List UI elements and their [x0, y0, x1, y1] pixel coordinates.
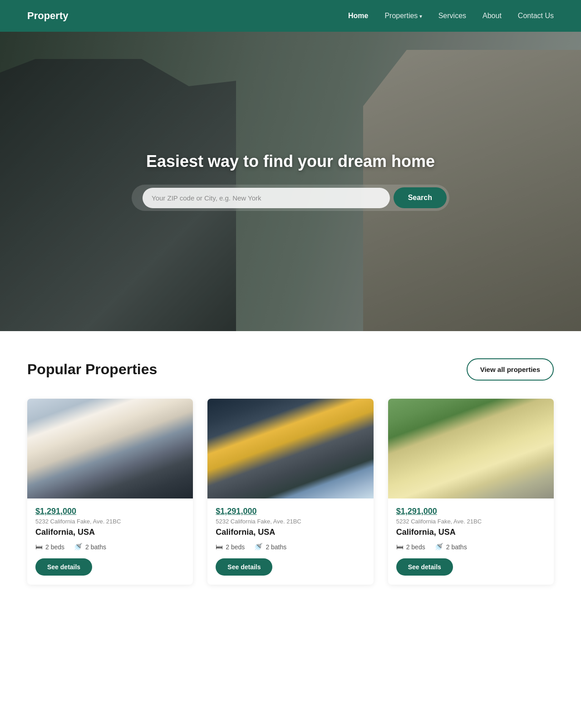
baths-label: 2 baths — [266, 543, 286, 551]
nav-link-properties[interactable]: Properties — [384, 12, 422, 20]
nav-item-services[interactable]: Services — [438, 12, 466, 20]
property-features: 🛏 2 beds 🚿 2 baths — [35, 542, 185, 551]
popular-title: Popular Properties — [27, 361, 157, 378]
property-features: 🛏 2 beds 🚿 2 baths — [396, 542, 546, 551]
hero-search-bar: Search — [132, 185, 449, 211]
nav-item-about[interactable]: About — [483, 12, 502, 20]
beds-feature: 🛏 2 beds — [216, 542, 245, 551]
search-input[interactable] — [143, 188, 390, 208]
property-features: 🛏 2 beds 🚿 2 baths — [216, 542, 365, 551]
nav-link-about[interactable]: About — [483, 12, 502, 20]
view-all-properties-button[interactable]: View all properties — [467, 358, 554, 381]
popular-header: Popular Properties View all properties — [27, 358, 554, 381]
property-address: 5232 California Fake, Ave. 21BC — [35, 518, 185, 525]
navbar: Property Home Properties Services About … — [0, 0, 581, 32]
property-price: $1,291,000 — [216, 507, 365, 516]
property-city: California, USA — [216, 528, 365, 537]
nav-links: Home Properties Services About Contact U… — [348, 12, 554, 20]
property-city: California, USA — [35, 528, 185, 537]
property-card: $1,291,000 5232 California Fake, Ave. 21… — [388, 399, 554, 585]
baths-feature: 🚿 2 baths — [254, 542, 286, 551]
bath-icon: 🚿 — [254, 542, 263, 551]
baths-label: 2 baths — [85, 543, 106, 551]
property-info: $1,291,000 5232 California Fake, Ave. 21… — [207, 498, 373, 585]
baths-feature: 🚿 2 baths — [434, 542, 467, 551]
property-card: $1,291,000 5232 California Fake, Ave. 21… — [207, 399, 373, 585]
property-image — [388, 399, 554, 498]
hero-content: Easiest way to find your dream home Sear… — [132, 152, 449, 211]
nav-link-contact[interactable]: Contact Us — [518, 12, 554, 20]
bed-icon: 🛏 — [216, 543, 223, 551]
beds-feature: 🛏 2 beds — [35, 542, 64, 551]
property-address: 5232 California Fake, Ave. 21BC — [216, 518, 365, 525]
baths-label: 2 baths — [446, 543, 467, 551]
nav-item-contact[interactable]: Contact Us — [518, 12, 554, 20]
property-city: California, USA — [396, 528, 546, 537]
nav-link-home[interactable]: Home — [348, 12, 368, 20]
nav-item-properties[interactable]: Properties — [384, 12, 422, 20]
see-details-button[interactable]: See details — [216, 558, 272, 576]
property-image — [27, 399, 193, 498]
property-card: $1,291,000 5232 California Fake, Ave. 21… — [27, 399, 193, 585]
property-info: $1,291,000 5232 California Fake, Ave. 21… — [388, 498, 554, 585]
beds-label: 2 beds — [406, 543, 425, 551]
bed-icon: 🛏 — [396, 543, 404, 551]
nav-logo[interactable]: Property — [27, 10, 68, 22]
nav-link-services[interactable]: Services — [438, 12, 466, 20]
bath-icon: 🚿 — [434, 542, 443, 551]
property-image — [207, 399, 373, 498]
see-details-button[interactable]: See details — [35, 558, 92, 576]
search-button[interactable]: Search — [394, 187, 447, 208]
popular-properties-section: Popular Properties View all properties $… — [0, 331, 581, 621]
property-info: $1,291,000 5232 California Fake, Ave. 21… — [27, 498, 193, 585]
bed-icon: 🛏 — [35, 543, 43, 551]
baths-feature: 🚿 2 baths — [74, 542, 106, 551]
property-price: $1,291,000 — [35, 507, 185, 516]
beds-label: 2 beds — [45, 543, 64, 551]
property-price: $1,291,000 — [396, 507, 546, 516]
beds-feature: 🛏 2 beds — [396, 542, 425, 551]
nav-item-home[interactable]: Home — [348, 12, 368, 20]
property-address: 5232 California Fake, Ave. 21BC — [396, 518, 546, 525]
hero-title: Easiest way to find your dream home — [132, 152, 449, 171]
beds-label: 2 beds — [226, 543, 245, 551]
bath-icon: 🚿 — [74, 542, 83, 551]
properties-grid: $1,291,000 5232 California Fake, Ave. 21… — [27, 399, 554, 585]
hero-section: Easiest way to find your dream home Sear… — [0, 32, 581, 331]
see-details-button[interactable]: See details — [396, 558, 453, 576]
